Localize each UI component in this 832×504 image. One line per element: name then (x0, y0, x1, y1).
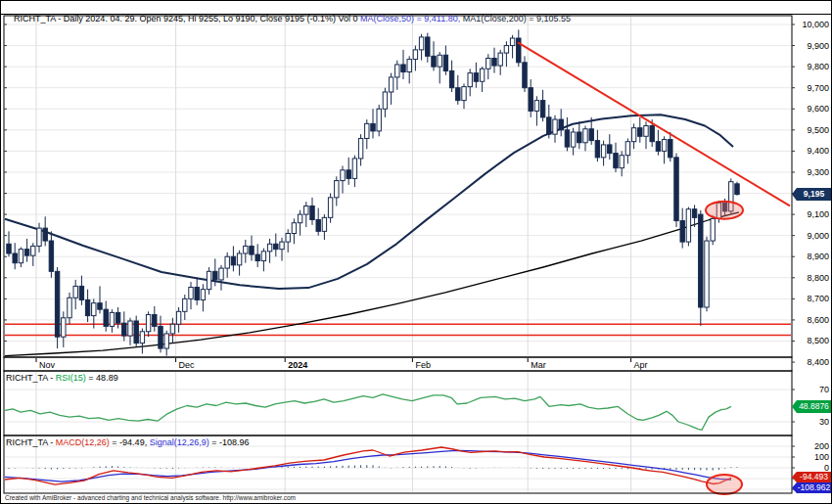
candle-body (474, 73, 478, 82)
candle-body (170, 324, 174, 334)
candle-body (37, 228, 41, 246)
candle-body (19, 250, 23, 263)
last-price-badge: 9,195 (792, 188, 832, 201)
rsi-axis-label: 70 (796, 385, 829, 394)
price-axis-label: 9,800 (796, 62, 829, 71)
candle-body (705, 241, 709, 307)
price-axis-label: 9,500 (796, 125, 829, 135)
candle-body (389, 77, 393, 92)
price-axis-label: 9,300 (796, 167, 829, 177)
candle-body (31, 246, 35, 255)
candle-body (98, 303, 102, 309)
candle-body (595, 141, 599, 158)
rsi-axis-label: 30 (796, 417, 829, 427)
candle-body (134, 321, 138, 344)
month-label: Apr (634, 360, 648, 370)
candle-body (201, 290, 205, 300)
candle-body (432, 56, 436, 67)
signal-title-value: = -108.96 (209, 437, 250, 447)
price-axis-label: 9,700 (796, 83, 829, 93)
candle-body (583, 129, 587, 143)
candle-body (358, 138, 362, 158)
pane-border (4, 371, 792, 435)
price-axis-label: 8,700 (796, 294, 829, 303)
candle-body (559, 119, 563, 130)
candle-body (328, 198, 332, 217)
candle-body (365, 123, 369, 138)
candle-body (571, 132, 575, 147)
rsi-title-prefix: RICHT_TA - (6, 373, 56, 383)
candle-body (322, 217, 326, 231)
candle-body (510, 38, 514, 46)
macd-axis-label: 100 (796, 452, 829, 462)
candle-body (565, 130, 569, 147)
month-label: Feb (415, 360, 431, 370)
candle-body (140, 332, 144, 344)
candle-body (237, 253, 241, 265)
candle-body (24, 250, 28, 255)
candle-body (298, 214, 301, 223)
candle-body (104, 309, 108, 326)
price-axis-label: 9,400 (796, 146, 829, 156)
candle-body (534, 101, 538, 112)
candle-body (686, 209, 690, 242)
candle-body (395, 65, 399, 77)
candle-body (407, 60, 411, 72)
macd-pane-title: RICHT_TA - MACD(12,26) = -94.49, Signal(… (6, 437, 249, 448)
candle-body (335, 181, 339, 198)
candle-body (122, 323, 126, 336)
candle-body (159, 326, 162, 348)
candle-body (553, 119, 557, 134)
candle-body (413, 50, 417, 60)
title-ohlc-info: RICHT_TA - Daily 2024. 04. 29. Open 9245… (14, 14, 360, 23)
price-axis-label: 10,000 (796, 20, 829, 29)
rsi-title-label: RSI(15) (56, 373, 86, 383)
candle-body (504, 46, 508, 54)
candle-body (250, 246, 254, 254)
candle-body (55, 271, 59, 337)
macd-value-badge: -94.493 (792, 472, 832, 482)
candle-body (692, 209, 696, 218)
pane-border (4, 357, 792, 371)
candle-body (85, 299, 89, 315)
candle-body (401, 65, 405, 72)
price-axis-label: 9,000 (796, 231, 829, 241)
candle-body (231, 256, 235, 265)
candle-body (383, 92, 387, 109)
chart-canvas[interactable] (1, 1, 832, 504)
macd-crossover-ellipse[interactable] (707, 475, 742, 494)
month-label: Mar (531, 360, 546, 370)
candle-body (153, 315, 157, 327)
candle-body (608, 145, 612, 154)
candle-body (341, 170, 345, 181)
candle-body (43, 228, 47, 241)
candle-body (589, 129, 593, 141)
candle-body (176, 311, 180, 324)
candle-body (244, 246, 248, 253)
candle-body (286, 234, 290, 243)
price-crossover-ellipse[interactable] (706, 202, 743, 219)
price-axis-label: 9,100 (796, 209, 829, 219)
price-axis-label: 8,400 (796, 357, 829, 367)
candle-body (669, 140, 672, 158)
candle-body (625, 142, 629, 156)
price-axis-label: 8,600 (796, 315, 829, 325)
candle-body (128, 321, 132, 336)
candle-body (443, 55, 447, 70)
candle-body (225, 256, 229, 268)
candle-body (601, 145, 605, 158)
chart-title-bar: RICHT_TA - Daily 2024. 04. 29. Open 9245… (1, 1, 831, 15)
candle-body (280, 242, 284, 250)
candle-body (644, 126, 648, 137)
candle-body (267, 244, 271, 252)
candle-body (680, 221, 684, 243)
candle-body (213, 271, 217, 280)
candle-body (49, 241, 53, 271)
candle-body (486, 59, 490, 69)
candle-body (189, 287, 193, 298)
ma50-line (5, 115, 733, 289)
candle-body (468, 73, 472, 87)
candle-body (347, 170, 350, 179)
candle-body (498, 53, 502, 66)
price-axis-label: 8,800 (796, 273, 829, 283)
